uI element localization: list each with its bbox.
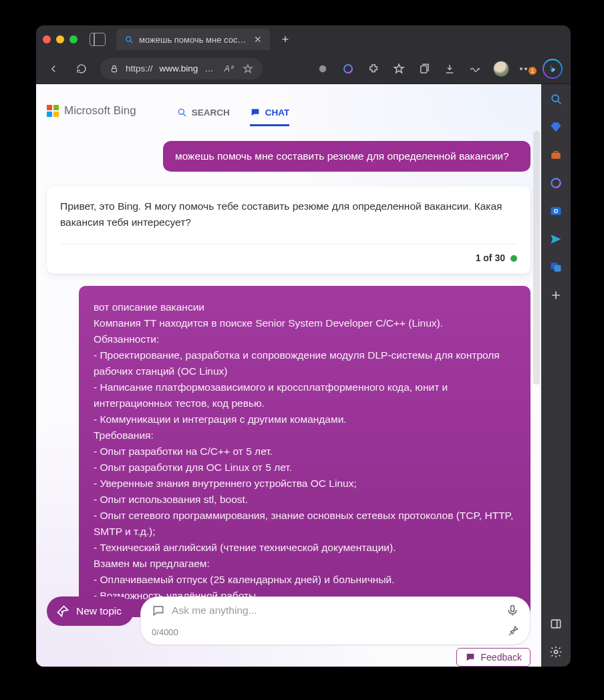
favorite-star-icon[interactable]: [243, 63, 253, 74]
minimize-window-button[interactable]: [56, 35, 64, 43]
feedback-label: Feedback: [481, 652, 522, 663]
chat-bubble-icon: [152, 604, 165, 617]
toolbar-right: 1: [315, 59, 563, 79]
copilot-icon[interactable]: [341, 61, 355, 76]
tab-search-label: SEARCH: [192, 108, 230, 118]
svg-rect-12: [551, 153, 560, 159]
tab-title: можешь помочь мне состави: [139, 35, 247, 45]
new-topic-button[interactable]: New topic: [47, 596, 134, 626]
status-dot-icon: [510, 255, 517, 262]
user-message-1: можешь помочь мне составить резюме для о…: [163, 141, 531, 172]
microsoft-logo-icon: [47, 105, 59, 117]
chat-scroll: можешь помочь мне составить резюме для о…: [36, 126, 541, 667]
address-bar[interactable]: https://www.bing… A⁸: [100, 58, 263, 79]
new-tab-button[interactable]: +: [277, 33, 294, 47]
user-message-2: вот описание вакансии Компания TT находи…: [79, 286, 531, 617]
sidebar-add-icon[interactable]: [548, 287, 564, 303]
bing-header: Microsoft Bing SEARCH CHAT: [36, 84, 541, 126]
search-icon: [176, 107, 187, 118]
sidebar-search-icon[interactable]: [548, 91, 564, 107]
url-host: www.bing: [160, 63, 198, 73]
performance-icon[interactable]: [468, 61, 482, 76]
sidebar-settings-icon[interactable]: [548, 644, 564, 660]
sidebar-copilot-icon[interactable]: [548, 175, 564, 191]
downloads-icon[interactable]: [442, 61, 457, 76]
collections-icon[interactable]: [417, 61, 432, 76]
feedback-icon: [465, 652, 476, 663]
sidebar-translate-icon[interactable]: [548, 259, 564, 275]
content-column: Microsoft Bing SEARCH CHAT: [36, 84, 541, 667]
tab-chat-label: CHAT: [265, 108, 290, 118]
close-tab-button[interactable]: ✕: [253, 34, 263, 45]
compose-box: 0/4000: [140, 596, 531, 645]
url-prefix: https://: [126, 63, 153, 73]
feedback-button[interactable]: Feedback: [456, 648, 531, 667]
svg-point-7: [178, 109, 184, 114]
svg-point-3: [319, 65, 327, 72]
pin-icon[interactable]: [507, 625, 519, 639]
compose-area: New topic 0/4000: [36, 591, 541, 667]
more-menu-button[interactable]: 1: [520, 67, 532, 70]
page: Microsoft Bing SEARCH CHAT: [36, 84, 541, 667]
sidebar-shopping-icon[interactable]: [548, 119, 564, 135]
microphone-icon[interactable]: [506, 604, 519, 617]
svg-rect-18: [555, 265, 561, 272]
user-message-1-text: можешь помочь мне составить резюме для о…: [175, 150, 509, 162]
page-inner: Microsoft Bing SEARCH CHAT: [36, 84, 541, 667]
sidebar-panel-icon[interactable]: [548, 616, 564, 632]
back-button[interactable]: [44, 59, 63, 78]
svg-rect-6: [421, 65, 427, 73]
char-counter: 0/4000: [152, 627, 178, 637]
toolbar: https://www.bing… A⁸ 1: [36, 53, 571, 84]
bot-message-1-text: Привет, это Bing. Я могу помочь тебе сос…: [60, 200, 502, 228]
microsoft-bing-logo[interactable]: Microsoft Bing: [47, 104, 136, 118]
svg-point-10: [552, 95, 559, 102]
extensions-icon[interactable]: [366, 61, 381, 76]
lock-icon: [110, 64, 119, 73]
svg-line-11: [558, 101, 561, 104]
tab-overview-icon[interactable]: [90, 33, 106, 46]
user-message-2-text: вот описание вакансии Компания TT находи…: [94, 301, 516, 601]
close-window-button[interactable]: [43, 35, 51, 43]
tab-chat[interactable]: CHAT: [250, 107, 290, 126]
brand-text: Microsoft Bing: [64, 104, 136, 118]
svg-rect-9: [511, 606, 514, 612]
bing-sidebar-toggle[interactable]: [543, 59, 563, 79]
browser-tab[interactable]: можешь помочь мне состави ✕: [116, 29, 270, 50]
compose-input[interactable]: [172, 604, 499, 617]
bot-message-1: Привет, это Bing. Я могу помочь тебе сос…: [47, 186, 531, 274]
profile-avatar[interactable]: [493, 61, 509, 77]
url-suffix: …: [204, 63, 214, 73]
svg-line-1: [130, 41, 132, 43]
browser-window: можешь помочь мне состави ✕ + https://ww…: [36, 25, 571, 667]
sidebar-outlook-icon[interactable]: O: [548, 203, 564, 219]
svg-text:O: O: [554, 208, 559, 214]
broom-icon: [56, 604, 69, 618]
svg-line-8: [183, 114, 185, 116]
scrollbar[interactable]: [533, 131, 540, 385]
new-topic-label: New topic: [76, 605, 122, 617]
search-icon: [124, 35, 134, 44]
svg-point-21: [555, 651, 558, 654]
window-controls: [43, 35, 78, 43]
svg-rect-2: [112, 68, 117, 71]
sidebar-tools-icon[interactable]: [548, 147, 564, 163]
maximize-window-button[interactable]: [69, 35, 78, 43]
sidebar-send-icon[interactable]: [548, 231, 564, 247]
tab-search[interactable]: SEARCH: [176, 107, 230, 126]
favorites-icon[interactable]: [392, 61, 406, 76]
shield-icon[interactable]: [315, 61, 330, 76]
svg-point-0: [126, 37, 131, 41]
turn-counter: 1 of 30: [476, 251, 505, 266]
right-sidebar: O: [541, 84, 571, 667]
svg-rect-19: [551, 620, 560, 628]
reload-button[interactable]: [72, 59, 91, 78]
body: Microsoft Bing SEARCH CHAT: [36, 84, 571, 667]
titlebar: можешь помочь мне состави ✕ +: [36, 25, 571, 53]
bot-message-footer: 1 of 30: [60, 244, 517, 266]
chat-icon: [250, 107, 261, 118]
reader-mode-icon[interactable]: A⁸: [224, 64, 233, 73]
nav-tabs: SEARCH CHAT: [176, 107, 290, 126]
